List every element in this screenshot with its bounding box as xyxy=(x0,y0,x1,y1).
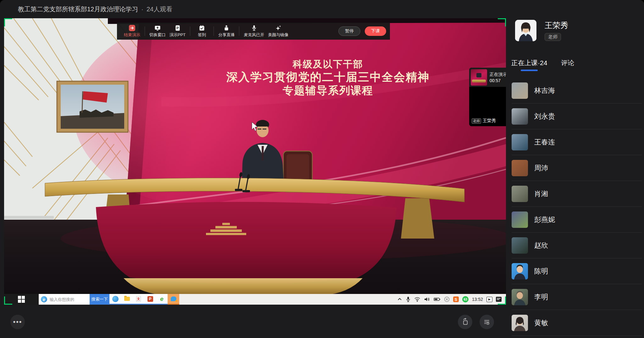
flag-picture xyxy=(57,81,128,132)
participant-row[interactable]: 刘永贵 xyxy=(512,104,642,129)
end-present-button[interactable]: 结束演示 xyxy=(122,25,142,38)
tray-chevron-icon xyxy=(397,297,402,302)
participant-row[interactable]: 陈明 xyxy=(512,258,642,284)
capture-marker-bottomright xyxy=(498,296,506,305)
sogou-input-icon: S xyxy=(453,296,459,302)
participant-name: 周沛 xyxy=(534,163,548,173)
participant-row[interactable]: 彭燕妮 xyxy=(512,207,642,233)
hide-roster-button[interactable] xyxy=(480,315,494,329)
participant-list: 林吉海 刘永贵 王春连 周沛 肖湘 彭燕妮 xyxy=(512,78,642,336)
security-360-icon: 63 xyxy=(462,296,469,302)
participant-row[interactable]: 林吉海 xyxy=(512,78,642,104)
capture-marker-bottomleft xyxy=(4,296,12,305)
green-browser-icon: e xyxy=(156,294,168,305)
participant-name: 肖湘 xyxy=(534,189,548,199)
ppt-icon: P xyxy=(175,25,181,31)
edge-browser-icon xyxy=(109,294,121,305)
share-live-button[interactable]: 分享直播 xyxy=(216,25,236,38)
pip-panel[interactable]: 正在演示 00:57 老师 王荣秀 xyxy=(469,68,506,126)
microphone-button[interactable]: 麦克风已开 xyxy=(242,25,266,38)
stage-title-line3: 专题辅导系列课程 xyxy=(282,84,373,96)
share-live-icon xyxy=(223,25,230,31)
switch-window-icon xyxy=(154,25,161,31)
participant-row[interactable]: 王春连 xyxy=(512,129,642,155)
tray-mic-icon xyxy=(406,296,411,302)
switch-window-button[interactable]: 切换窗口 xyxy=(147,25,168,38)
participant-row[interactable]: 肖湘 xyxy=(512,181,642,207)
shared-taskbar: e 搜索一下 文 P e xyxy=(4,294,506,305)
participant-name: 刘永贵 xyxy=(534,112,555,121)
capture-marker-topright xyxy=(498,18,506,26)
switch-layout-button[interactable] xyxy=(458,315,472,329)
beauty-sparkle-icon xyxy=(275,25,281,31)
toolbar-divider xyxy=(214,26,214,36)
end-class-button[interactable]: 下课 xyxy=(365,26,386,36)
participant-name: 赵欣 xyxy=(534,241,548,250)
window-title: 教工第二党支部所辖系部12月政治理论学习 xyxy=(18,5,138,14)
chat-app-icon xyxy=(168,294,179,305)
tray-wifi-icon xyxy=(414,297,420,302)
viewer-count: 24人观看 xyxy=(147,5,172,14)
toolbar-divider xyxy=(145,26,145,36)
participant-avatar xyxy=(512,237,528,254)
tray-circle-x-icon xyxy=(444,296,450,302)
participant-avatar xyxy=(512,134,528,150)
end-present-icon xyxy=(129,25,135,31)
beauty-camera-button[interactable]: 美颜与镜像 xyxy=(266,25,290,38)
app-bottom-bar: ••• xyxy=(0,305,506,338)
sidebar: 王荣秀 老师 正在上课·24 评论 林吉海 刘永贵 王春连 周沛 xyxy=(506,0,644,338)
participant-name: 黄敏 xyxy=(534,318,548,328)
meeting-window: 教工第二党支部所辖系部12月政治理论学习 · 24人观看 xyxy=(0,0,644,338)
tab-comments[interactable]: 评论 xyxy=(561,59,574,71)
participant-avatar xyxy=(512,82,528,99)
participant-row[interactable]: 赵欣 xyxy=(512,233,642,258)
participant-row[interactable]: 黄敏 xyxy=(512,310,642,336)
stage-title-line2: 深入学习贯彻党的二十届三中全会精神 xyxy=(226,70,430,83)
teacher-role-badge: 老师 xyxy=(545,33,561,41)
list-eye-icon xyxy=(483,318,491,326)
sidebar-tabs: 正在上课·24 评论 xyxy=(511,59,574,71)
pip-role-badge: 老师 xyxy=(472,118,481,124)
taskbar-search-button: 搜索一下 xyxy=(90,294,109,305)
participant-avatar xyxy=(512,108,528,125)
more-options-button[interactable]: ••• xyxy=(10,315,25,329)
participant-row[interactable]: 李明 xyxy=(512,284,642,310)
tab-in-class[interactable]: 正在上课·24 xyxy=(511,59,547,71)
participant-avatar xyxy=(512,289,528,305)
word-doc-icon: 文 xyxy=(133,294,144,305)
participant-avatar xyxy=(512,186,528,202)
participant-avatar xyxy=(512,160,528,176)
stage-title-line1: 科级及以下干部 xyxy=(292,59,363,69)
tray-battery-icon xyxy=(434,297,441,301)
teacher-card: 王荣秀 老师 xyxy=(515,20,568,41)
title-separator: · xyxy=(141,6,143,13)
system-tray: S 63 13:52 ▶ xyxy=(397,294,506,305)
taskbar-search-input xyxy=(49,297,84,302)
studio-scene: 科级及以下干部 深入学习贯彻党的二十届三中全会精神 专题辅导系列课程 xyxy=(4,18,506,305)
pip-teacher-name: 王荣秀 xyxy=(483,118,496,124)
participant-avatar xyxy=(512,211,528,228)
participant-row[interactable]: 周沛 xyxy=(512,155,642,181)
tray-video-player-icon: ▶ xyxy=(486,297,492,302)
shared-screen-video: 科级及以下干部 深入学习贯彻党的二十届三中全会精神 专题辅导系列课程 xyxy=(4,18,506,305)
check-in-button[interactable]: 签到 xyxy=(193,25,211,38)
teacher-avatar xyxy=(515,20,536,41)
pip-camera-view: 老师 王荣秀 xyxy=(469,87,506,126)
present-ppt-button[interactable]: P 演示PPT xyxy=(168,25,187,38)
pause-button[interactable]: 暂停 xyxy=(338,26,360,36)
file-explorer-icon xyxy=(121,294,133,305)
participant-name: 李明 xyxy=(534,292,548,302)
toolbar-divider xyxy=(190,26,190,36)
pip-status-row: 正在演示 00:57 xyxy=(469,68,506,87)
participant-name: 王春连 xyxy=(534,138,555,147)
presenter-toolbar: 结束演示 切换窗口 P 演示PPT 签到 xyxy=(117,23,390,40)
check-in-icon xyxy=(199,25,205,31)
tray-volume-icon xyxy=(424,297,430,302)
switch-layout-icon xyxy=(461,318,469,326)
pip-timer: 00:57 xyxy=(490,78,506,83)
participant-name: 林吉海 xyxy=(534,86,555,95)
taskbar-search-box: e xyxy=(39,294,90,305)
capture-marker-topleft xyxy=(4,18,12,26)
toolbar-divider xyxy=(239,26,239,36)
microphone-icon xyxy=(251,25,257,31)
